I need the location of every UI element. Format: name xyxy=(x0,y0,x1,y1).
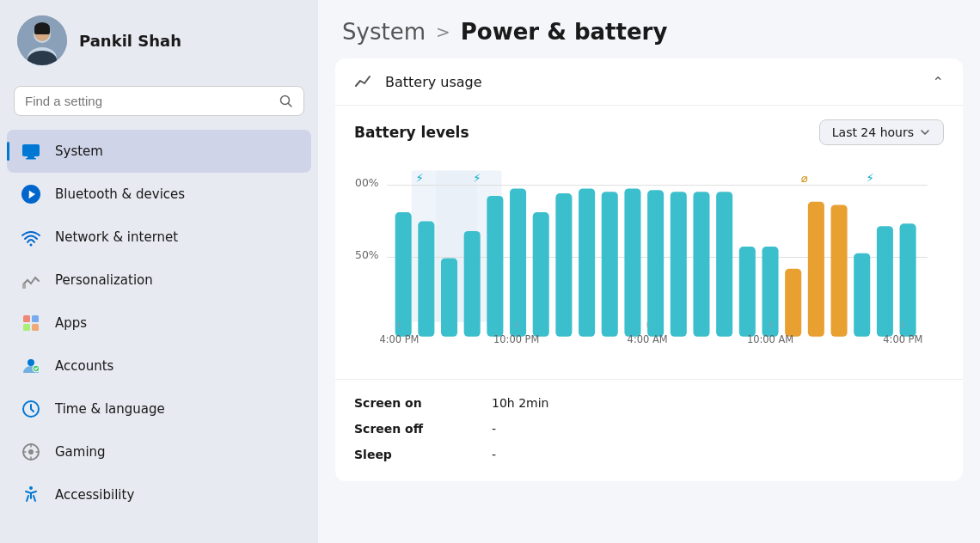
svg-text:⚡: ⚡ xyxy=(473,172,481,185)
gaming-icon xyxy=(19,440,43,464)
svg-line-8 xyxy=(289,103,292,107)
svg-rect-39 xyxy=(487,196,503,337)
user-profile[interactable]: Pankil Shah xyxy=(0,0,318,81)
svg-text:⌀: ⌀ xyxy=(801,172,808,185)
svg-rect-18 xyxy=(32,324,39,331)
chart-title: Battery levels xyxy=(354,124,469,141)
svg-text:4:00 PM: 4:00 PM xyxy=(379,333,419,345)
time-filter-dropdown[interactable]: Last 24 hours xyxy=(819,119,944,145)
svg-rect-43 xyxy=(579,188,595,336)
svg-rect-10 xyxy=(28,156,34,158)
svg-rect-57 xyxy=(900,223,916,336)
stat-label-screen-off: Screen off xyxy=(354,422,492,436)
svg-rect-41 xyxy=(533,212,549,337)
svg-rect-44 xyxy=(602,192,618,337)
stat-row-sleep: Sleep - xyxy=(354,442,944,467)
svg-text:4:00 AM: 4:00 AM xyxy=(628,333,668,345)
apps-icon xyxy=(19,311,43,335)
accounts-icon xyxy=(19,354,43,378)
svg-text:4:00 PM: 4:00 PM xyxy=(883,333,922,345)
stat-value-sleep: - xyxy=(492,448,496,461)
breadcrumb: System > Power & battery xyxy=(318,0,980,58)
system-icon xyxy=(19,139,43,163)
svg-rect-15 xyxy=(23,315,30,322)
sidebar-item-network[interactable]: Network & internet xyxy=(7,216,311,259)
sidebar-label-bluetooth: Bluetooth & devices xyxy=(55,186,185,202)
sidebar-item-system[interactable]: System xyxy=(7,130,311,173)
sidebar-label-network: Network & internet xyxy=(55,229,178,245)
sidebar-item-time[interactable]: Time & language xyxy=(7,387,311,430)
svg-rect-50 xyxy=(739,247,756,337)
svg-rect-48 xyxy=(693,192,709,337)
svg-text:100%: 100% xyxy=(354,177,379,189)
stat-row-screen-off: Screen off - xyxy=(354,416,944,442)
battery-usage-header[interactable]: Battery usage ⌃ xyxy=(335,58,963,105)
chevron-down-icon xyxy=(919,126,931,138)
stat-value-screen-on: 10h 2min xyxy=(492,396,548,410)
svg-rect-35 xyxy=(395,212,412,337)
svg-point-19 xyxy=(28,359,34,366)
avatar xyxy=(17,15,67,65)
svg-rect-36 xyxy=(418,222,434,337)
svg-rect-54 xyxy=(831,204,848,336)
search-input[interactable] xyxy=(25,94,273,108)
user-name: Pankil Shah xyxy=(79,32,181,50)
svg-rect-6 xyxy=(34,27,50,34)
breadcrumb-current: Power & battery xyxy=(461,19,668,45)
svg-point-24 xyxy=(29,486,33,490)
svg-rect-11 xyxy=(26,158,36,160)
svg-text:⚡: ⚡ xyxy=(867,172,874,185)
svg-rect-16 xyxy=(32,315,39,322)
svg-rect-55 xyxy=(854,253,870,337)
sidebar-item-bluetooth[interactable]: Bluetooth & devices xyxy=(7,173,311,216)
bluetooth-icon xyxy=(19,182,43,206)
breadcrumb-parent[interactable]: System xyxy=(342,19,426,45)
sidebar-item-accessibility[interactable]: Accessibility xyxy=(7,473,311,516)
sidebar-item-personalization[interactable]: Personalization xyxy=(7,259,311,302)
sidebar-label-accessibility: Accessibility xyxy=(55,487,134,503)
main-content: System > Power & battery Battery usage ⌃… xyxy=(318,0,980,543)
stat-label-screen-on: Screen on xyxy=(354,396,492,410)
svg-rect-46 xyxy=(647,190,664,337)
chevron-up-icon[interactable]: ⌃ xyxy=(933,74,944,90)
svg-rect-45 xyxy=(624,188,640,336)
battery-usage-header-left: Battery usage xyxy=(354,72,482,91)
battery-usage-title: Battery usage xyxy=(385,74,482,90)
sidebar-label-apps: Apps xyxy=(55,315,87,331)
nav-list: System Bluetooth & devices xyxy=(0,126,318,520)
time-filter-label: Last 24 hours xyxy=(832,125,914,139)
network-icon xyxy=(19,225,43,249)
chart-container: Battery levels Last 24 hours 100% 50% xyxy=(335,105,963,379)
svg-rect-40 xyxy=(510,188,526,336)
chart-line-icon xyxy=(354,72,373,91)
search-container xyxy=(0,81,318,126)
battery-usage-card: Battery usage ⌃ Battery levels Last 24 h… xyxy=(335,58,963,481)
svg-text:10:00 PM: 10:00 PM xyxy=(493,333,539,345)
svg-rect-56 xyxy=(877,226,893,337)
stat-row-screen-on: Screen on 10h 2min xyxy=(354,390,944,416)
svg-rect-17 xyxy=(23,324,30,331)
time-icon xyxy=(19,397,43,421)
sidebar-item-apps[interactable]: Apps xyxy=(7,302,311,345)
sidebar-label-personalization: Personalization xyxy=(55,272,153,288)
stats-section: Screen on 10h 2min Screen off - Sleep - xyxy=(335,379,963,481)
svg-rect-14 xyxy=(22,284,26,289)
stat-label-sleep: Sleep xyxy=(354,448,492,461)
sidebar-label-system: System xyxy=(55,143,103,159)
sidebar-item-accounts[interactable]: Accounts xyxy=(7,345,311,387)
search-icon xyxy=(279,95,293,108)
battery-chart: 100% 50% ⚡ ⚡ ⌀ ⚡ xyxy=(354,157,944,372)
sidebar-item-gaming[interactable]: Gaming xyxy=(7,430,311,473)
search-box[interactable] xyxy=(14,86,304,116)
svg-rect-53 xyxy=(808,202,824,337)
svg-rect-49 xyxy=(716,192,732,337)
svg-rect-42 xyxy=(555,193,572,337)
svg-rect-47 xyxy=(671,192,687,337)
personalization-icon xyxy=(19,268,43,292)
svg-rect-9 xyxy=(22,144,40,156)
svg-rect-38 xyxy=(464,231,481,337)
svg-rect-37 xyxy=(441,258,457,336)
accessibility-icon xyxy=(19,483,43,507)
stat-value-screen-off: - xyxy=(492,422,496,436)
breadcrumb-separator: > xyxy=(436,21,450,42)
